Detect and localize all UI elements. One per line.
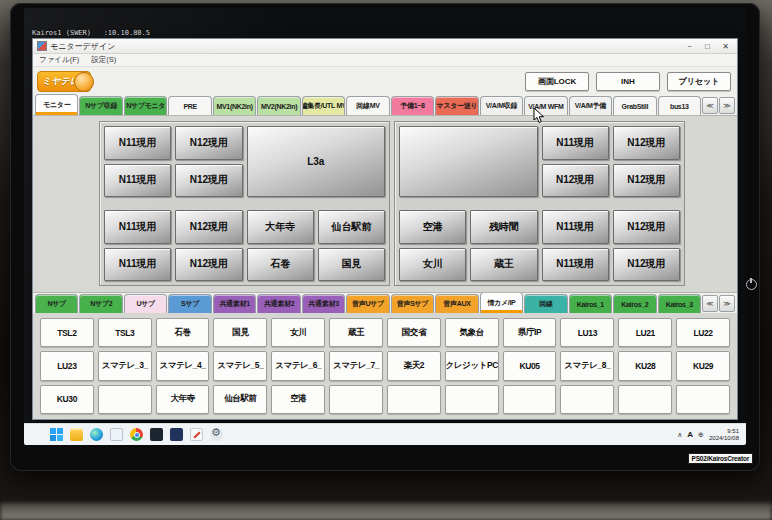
source-btn-1-8[interactable]: KU05 xyxy=(503,351,557,380)
app-dark2-icon[interactable] xyxy=(170,428,183,441)
app-dark-icon[interactable] xyxy=(150,428,163,441)
tabs-bottom-tab-14[interactable]: Kairos_3 xyxy=(658,294,701,313)
tabs-bottom-tab-10[interactable]: 情カメ/IP xyxy=(480,292,523,313)
source-btn-2-8[interactable] xyxy=(503,385,557,414)
monitor-btn-left-3[interactable]: N11現用 xyxy=(104,164,171,198)
source-btn-0-6[interactable]: 国交省 xyxy=(387,318,441,347)
monitor-btn-left-12[interactable]: 国見 xyxy=(318,248,385,282)
source-btn-0-3[interactable]: 国見 xyxy=(213,318,267,347)
source-btn-2-3[interactable]: 仙台駅前 xyxy=(213,385,267,414)
tabs-top-tab-7[interactable]: 回線MV xyxy=(346,96,389,115)
menu-file[interactable]: ファイル(F) xyxy=(33,55,85,65)
monitor-btn-left-4[interactable]: N12現用 xyxy=(175,164,242,198)
tabs-top-tab-0[interactable]: モニター xyxy=(35,94,78,115)
source-btn-2-4[interactable]: 空港 xyxy=(271,385,325,414)
tabs-bottom-scroll-right-button[interactable]: ≫ xyxy=(719,295,735,312)
start-icon[interactable] xyxy=(50,428,63,441)
source-btn-0-7[interactable]: 気象台 xyxy=(445,318,499,347)
app-light-icon[interactable] xyxy=(110,428,123,441)
minimize-button[interactable]: － xyxy=(682,41,697,52)
gear-icon[interactable] xyxy=(210,428,223,441)
monitor-btn-right-0[interactable] xyxy=(399,126,538,197)
source-btn-2-9[interactable] xyxy=(560,385,614,414)
source-btn-0-1[interactable]: TSL3 xyxy=(98,318,152,347)
tabs-top-tab-9[interactable]: マスター送り xyxy=(435,96,478,115)
tabs-bottom-tab-4[interactable]: 共通素材1 xyxy=(213,294,256,313)
source-btn-0-2[interactable]: 石巻 xyxy=(156,318,210,347)
tabs-bottom-tab-1[interactable]: Nサブ2 xyxy=(79,294,122,313)
pen-icon[interactable] xyxy=(190,428,203,441)
monitor-btn-right-9[interactable]: 女川 xyxy=(399,248,466,282)
taskbar-clock[interactable]: 9:51 2024/10/08 xyxy=(709,428,739,442)
source-btn-1-4[interactable]: スマテレ_6_ xyxy=(271,351,325,380)
monitor-btn-right-2[interactable]: N12現用 xyxy=(613,126,680,160)
maximize-button[interactable]: □ xyxy=(700,42,715,51)
preset-button[interactable]: プリセット xyxy=(667,72,731,91)
source-btn-1-9[interactable]: スマテレ_8_ xyxy=(560,351,614,380)
tray-chevron-icon[interactable]: ∧ xyxy=(677,431,682,439)
tabs-bottom-tab-0[interactable]: Nサブ xyxy=(35,294,78,313)
source-btn-2-7[interactable] xyxy=(445,385,499,414)
monitor-btn-right-3[interactable]: N12現用 xyxy=(542,164,609,198)
tabs-bottom-tab-7[interactable]: 音声Uサブ xyxy=(346,294,389,313)
tabs-top-scroll-left-button[interactable]: ≪ xyxy=(702,97,718,114)
close-button[interactable]: ✕ xyxy=(718,42,733,51)
tabs-top-tab-10[interactable]: V/A/M収録 xyxy=(480,96,523,115)
monitor-btn-right-10[interactable]: 蔵王 xyxy=(470,248,537,282)
tabs-top-tab-13[interactable]: GrabStill xyxy=(613,96,656,115)
tabs-top-tab-8[interactable]: 予備1~8 xyxy=(391,96,434,115)
monitor-btn-left-0[interactable]: N11現用 xyxy=(104,126,171,160)
edge-icon[interactable] xyxy=(90,428,103,441)
source-btn-1-6[interactable]: 楽天2 xyxy=(387,351,441,380)
tabs-bottom-tab-2[interactable]: Uサブ xyxy=(124,294,167,313)
monitor-btn-left-11[interactable]: 石巻 xyxy=(247,248,314,282)
source-btn-2-10[interactable] xyxy=(618,385,672,414)
source-btn-0-11[interactable]: LU22 xyxy=(676,318,730,347)
monitor-btn-left-10[interactable]: N12現用 xyxy=(175,248,242,282)
tabs-bottom-tab-6[interactable]: 共通素材3 xyxy=(302,294,345,313)
source-btn-2-1[interactable] xyxy=(98,385,152,414)
tabs-bottom-tab-11[interactable]: 回線 xyxy=(524,294,567,313)
monitor-btn-right-12[interactable]: N12現用 xyxy=(613,248,680,282)
monitor-btn-left-7[interactable]: 大年寺 xyxy=(247,210,314,244)
source-btn-2-5[interactable] xyxy=(329,385,383,414)
source-btn-2-0[interactable]: KU30 xyxy=(40,385,94,414)
tabs-bottom-tab-5[interactable]: 共通素材2 xyxy=(257,294,300,313)
source-btn-0-10[interactable]: LU21 xyxy=(618,318,672,347)
tabs-bottom-tab-12[interactable]: Kairos_1 xyxy=(569,294,612,313)
source-btn-0-4[interactable]: 女川 xyxy=(271,318,325,347)
tabs-bottom-scroll-left-button[interactable]: ≪ xyxy=(702,295,718,312)
monitor-btn-right-4[interactable]: N12現用 xyxy=(613,164,680,198)
source-btn-2-11[interactable] xyxy=(676,385,730,414)
tabs-bottom-tab-3[interactable]: Sサブ xyxy=(168,294,211,313)
source-btn-1-1[interactable]: スマテレ_3_ xyxy=(98,351,152,380)
source-btn-0-9[interactable]: LU13 xyxy=(560,318,614,347)
tabs-top-tab-6[interactable]: 編集長/UTL MV xyxy=(302,96,345,115)
chrome-icon[interactable] xyxy=(130,428,143,441)
source-btn-0-8[interactable]: 県庁IP xyxy=(503,318,557,347)
tabs-bottom-tab-13[interactable]: Kairos_2 xyxy=(613,294,656,313)
tabs-top-tab-2[interactable]: Nサブモニタ xyxy=(124,96,167,115)
inh-button[interactable]: INH xyxy=(596,72,660,91)
monitor-btn-right-11[interactable]: N11現用 xyxy=(542,248,609,282)
monitor-btn-left-9[interactable]: N11現用 xyxy=(104,248,171,282)
tabs-bottom-tab-8[interactable]: 音声Sサブ xyxy=(391,294,434,313)
source-btn-1-7[interactable]: クレジットPC xyxy=(445,351,499,380)
explorer-icon[interactable] xyxy=(70,428,83,441)
source-btn-2-2[interactable]: 大年寺 xyxy=(156,385,210,414)
network-icon[interactable]: ⊕ xyxy=(698,431,704,439)
source-btn-1-0[interactable]: LU23 xyxy=(40,351,94,380)
monitor-btn-left-5[interactable]: N11現用 xyxy=(104,210,171,244)
screen-lock-button[interactable]: 画面LOCK xyxy=(525,72,589,91)
source-btn-0-0[interactable]: TSL2 xyxy=(40,318,94,347)
tabs-top-tab-1[interactable]: Nサブ収録 xyxy=(79,96,122,115)
monitor-btn-right-7[interactable]: N11現用 xyxy=(542,210,609,244)
tabs-top-scroll-right-button[interactable]: ≫ xyxy=(719,97,735,114)
window-titlebar[interactable]: モニターデザイン － □ ✕ xyxy=(33,39,737,54)
source-btn-0-5[interactable]: 蔵王 xyxy=(329,318,383,347)
monitor-btn-right-1[interactable]: N11現用 xyxy=(542,126,609,160)
monitor-btn-left-2[interactable]: L3a xyxy=(247,126,386,197)
monitor-btn-right-5[interactable]: 空港 xyxy=(399,210,466,244)
source-btn-1-3[interactable]: スマテレ_5_ xyxy=(213,351,267,380)
tabs-top-tab-12[interactable]: V/A/M予備 xyxy=(569,96,612,115)
